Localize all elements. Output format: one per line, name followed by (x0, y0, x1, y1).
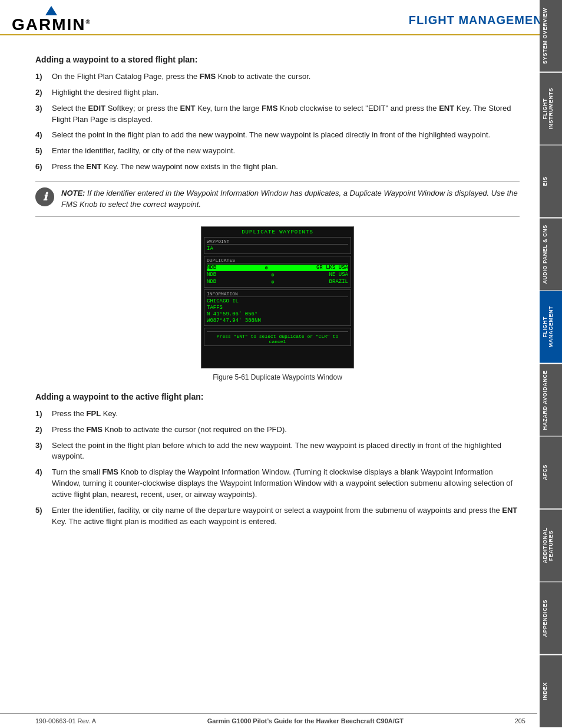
dup-name-1: NE USA (329, 272, 348, 278)
section1-heading: Adding a waypoint to a stored flight pla… (35, 55, 520, 64)
screen-blank-area (204, 348, 351, 365)
step-text-6: Press the ENT Key. The new waypoint now … (52, 162, 520, 173)
step-num-2: 2) (35, 87, 52, 98)
step-1-4: 4) Select the point in the flight plan t… (35, 130, 520, 141)
info-section: INFORMATION CHICAGO IL TAFFS N 41°59.06'… (204, 289, 351, 326)
garmin-triangle-icon (45, 6, 57, 15)
step-2-3: 3) Select the point in the flight plan b… (35, 440, 520, 463)
dup-name-0: GR LKS USA (316, 265, 348, 271)
step2-num-2: 2) (35, 424, 52, 436)
step-1-3: 3) Select the EDIT Softkey; or press the… (35, 103, 520, 126)
dup-icon-2: ⊕ (271, 279, 274, 285)
footer-center: Garmin G1000 Pilot’s Guide for the Hawke… (207, 717, 404, 724)
step-text-5: Enter the identifier, facility, or city … (52, 146, 520, 157)
section2-steps: 1) Press the FPL Key. 2) Press the FMS K… (35, 409, 520, 528)
duplicate-waypoints-screen: DUPLICATE WAYPOINTS WAYPOINT IA DUPLICAT… (201, 226, 354, 368)
sidebar-tab-system-overview[interactable]: SYSTEM OVERVIEW (540, 0, 562, 72)
dup-row-2: NDB ⊕ BRAZIL (207, 279, 348, 285)
step-num-1: 1) (35, 71, 52, 83)
screen-prompt-section: Press "ENT" to select duplicate or "CLR"… (204, 328, 351, 346)
note-text: NOTE: If the identifier entered in the W… (61, 187, 520, 210)
step-num-4: 4) (35, 130, 52, 141)
dup-type-1: NDB (207, 272, 216, 278)
note-box: ℹ NOTE: If the identifier entered in the… (35, 181, 520, 217)
screen-prompt: Press "ENT" to select duplicate or "CLR"… (207, 331, 348, 344)
dup-row-0: NDB ⊕ GR LKS USA (207, 265, 348, 271)
step-2-1: 1) Press the FPL Key. (35, 409, 520, 420)
section2-heading: Adding a waypoint to the active flight p… (35, 392, 520, 401)
step-1-2: 2) Highlight the desired flight plan. (35, 87, 520, 98)
step2-num-5: 5) (35, 505, 52, 528)
note-icon: ℹ (35, 187, 54, 206)
step2-text-2: Press the FMS Knob to activate the curso… (52, 424, 520, 436)
sidebar-tab-appendices[interactable]: APPENDICES (540, 582, 562, 654)
page-footer: 190-00663-01 Rev. A Garmin G1000 Pilot’s… (0, 713, 537, 728)
waypoint-section: WAYPOINT IA (204, 237, 351, 254)
right-sidebar: SYSTEM OVERVIEW FLIGHT INSTRUMENTS EIS A… (540, 0, 562, 728)
sidebar-tab-eis[interactable]: EIS (540, 146, 562, 218)
garmin-logo: GARMIN® (12, 6, 91, 34)
dup-icon-0: ⊕ (265, 265, 267, 271)
info-label: INFORMATION (207, 291, 348, 297)
dup-row-1: NDB ⊕ NE USA (207, 272, 348, 278)
step2-text-5: Enter the identifier, facility, or city … (52, 505, 520, 528)
step-2-2: 2) Press the FMS Knob to activate the cu… (35, 424, 520, 436)
sidebar-tab-additional-features[interactable]: ADDITIONAL FEATURES (540, 510, 562, 582)
step-num-3: 3) (35, 103, 52, 126)
waypoint-label: WAYPOINT (207, 239, 348, 245)
sidebar-tab-flight-instruments[interactable]: FLIGHT INSTRUMENTS (540, 73, 562, 145)
page-title: FLIGHT MANAGEMENT (409, 14, 550, 27)
sidebar-tab-index[interactable]: INDEX (540, 655, 562, 727)
dup-icon-1: ⊕ (271, 272, 274, 278)
step2-text-4: Turn the small FMS Knob to display the W… (52, 467, 520, 500)
footer-left: 190-00663-01 Rev. A (35, 717, 96, 724)
step2-num-3: 3) (35, 440, 52, 463)
figure-caption: Figure 5-61 Duplicate Waypoints Window (213, 373, 342, 381)
step-num-6: 6) (35, 162, 52, 173)
step2-num-4: 4) (35, 467, 52, 500)
step-1-1: 1) On the Flight Plan Catalog Page, pres… (35, 71, 520, 83)
sidebar-tab-hazard-avoidance[interactable]: HAZARD AVOIDANCE (540, 364, 562, 436)
sidebar-tab-afcs[interactable]: AFCS (540, 437, 562, 509)
step2-num-1: 1) (35, 409, 52, 420)
info-line-1: TAFFS (207, 305, 348, 311)
sidebar-tab-audio-panel[interactable]: AUDIO PANEL & CNS (540, 219, 562, 291)
dup-type-0: NDB (207, 265, 216, 271)
dup-type-2: NDB (207, 279, 216, 285)
step-num-5: 5) (35, 146, 52, 157)
step-text-2: Highlight the desired flight plan. (52, 87, 520, 98)
page-header: GARMIN® FLIGHT MANAGEMENT (0, 0, 562, 35)
dup-name-2: BRAZIL (329, 279, 348, 285)
info-line-2: N 41°59.06' 056° (207, 311, 348, 317)
main-content: Adding a waypoint to a stored flight pla… (0, 35, 537, 545)
info-line-0: CHICAGO IL (207, 298, 348, 304)
sidebar-tab-flight-management[interactable]: FLIGHT MANAGEMENT (540, 291, 562, 363)
garmin-wordmark: GARMIN® (12, 15, 91, 34)
garmin-registered: ® (86, 19, 91, 25)
step-text-4: Select the point in the flight plan to a… (52, 130, 520, 141)
duplicates-label: DUPLICATES (207, 258, 348, 263)
step2-text-3: Select the point in the flight plan befo… (52, 440, 520, 463)
info-line-3: W087°47.94' 388NM (207, 318, 348, 324)
section1-steps: 1) On the Flight Plan Catalog Page, pres… (35, 71, 520, 173)
step-text-3: Select the EDIT Softkey; or press the EN… (52, 103, 520, 126)
screen-title: DUPLICATE WAYPOINTS (204, 229, 351, 235)
step-2-5: 5) Enter the identifier, facility, or ci… (35, 505, 520, 528)
duplicates-section: DUPLICATES NDB ⊕ GR LKS USA NDB ⊕ NE USA… (204, 256, 351, 288)
step2-text-1: Press the FPL Key. (52, 409, 520, 420)
step-2-4: 4) Turn the small FMS Knob to display th… (35, 467, 520, 500)
step-1-6: 6) Press the ENT Key. The new waypoint n… (35, 162, 520, 173)
screen-figure: DUPLICATE WAYPOINTS WAYPOINT IA DUPLICAT… (35, 226, 520, 381)
footer-right: 205 (515, 717, 525, 724)
step-text-1: On the Flight Plan Catalog Page, press t… (52, 71, 520, 83)
step-1-5: 5) Enter the identifier, facility, or ci… (35, 146, 520, 157)
waypoint-value: IA (207, 246, 348, 252)
